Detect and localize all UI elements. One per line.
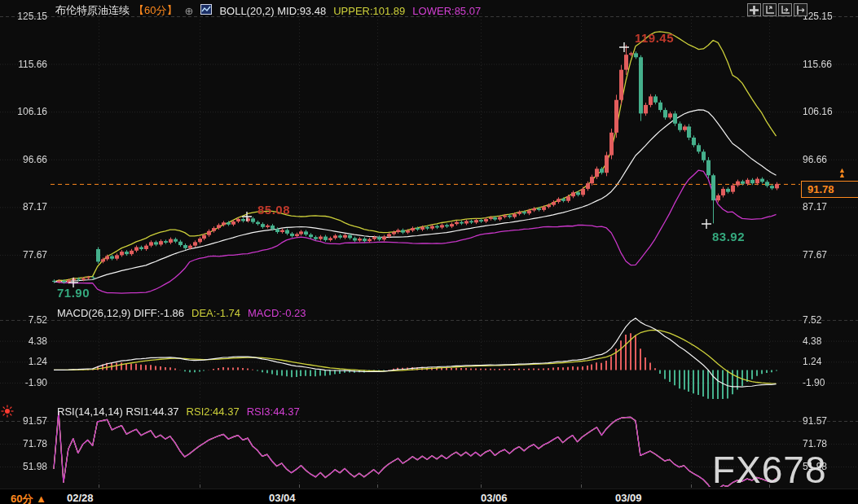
price-axis-label: 106.16 [0, 106, 47, 117]
boll-lower-label: LOWER:85.07 [412, 5, 481, 17]
price-axis-label: 125.15 [0, 11, 47, 22]
price-axis-label: 87.17 [803, 201, 827, 213]
price-axis-label: 115.66 [0, 59, 47, 70]
macd-axis-label: 4.38 [803, 335, 821, 347]
axis-zoom-icon[interactable] [763, 3, 777, 16]
live-indicator-icon [1, 405, 14, 421]
rsi1-label: RSI(14,14,14) RSI1:44.37 [57, 405, 179, 418]
price-axis-label: 96.66 [803, 154, 827, 165]
price-annotation: 85.08 [257, 203, 290, 217]
price-annotation: 119.45 [635, 31, 674, 45]
expand-icon[interactable]: ⊕ [184, 5, 193, 17]
macd-panel-header: MACD(26,12,9) DIFF:-1.86 DEA:-1.74 MACD:… [57, 307, 306, 319]
extreme-cross-marker [68, 276, 78, 291]
timeframe-label[interactable]: 【60分】 [134, 3, 177, 18]
macd-axis-label: 7.52 [803, 314, 821, 326]
price-up-arrows-icon: ▲▲ [838, 168, 846, 177]
macd-axis-label: 7.52 [0, 314, 47, 326]
price-axis-label: 96.66 [0, 154, 47, 165]
date-axis-label: 02/28 [67, 492, 94, 504]
extreme-cross-marker [702, 217, 711, 232]
price-axis-label: 106.16 [803, 106, 833, 117]
macd-macd-label: MACD:-0.23 [248, 307, 306, 319]
rsi3-label: RSI3:44.37 [247, 405, 300, 418]
date-axis-label: 03/04 [269, 492, 296, 504]
macd-axis-label: 1.24 [0, 356, 47, 367]
instrument-title: 布伦特原油连续 [55, 3, 130, 18]
rsi-axis-label: 51.98 [0, 461, 47, 472]
extreme-cross-marker [242, 210, 252, 225]
last-price-tag: 91.78 [801, 181, 858, 198]
boll-upper-label: UPPER:101.89 [333, 5, 405, 17]
extreme-cross-marker [619, 41, 629, 55]
boll-label: BOLL(20,2) MID:93.48 [219, 5, 326, 17]
chart-toolbar [747, 3, 807, 16]
macd-axis-label: 1.24 [803, 356, 821, 367]
trading-chart-window: 布伦特原油连续 【60分】 ⊕ BOLL(20,2) MID:93.48 UPP… [0, 0, 858, 504]
price-axis-label: 77.67 [0, 249, 47, 261]
macd-label: MACD(26,12,9) DIFF:-1.86 [57, 307, 184, 319]
shift-right-icon[interactable] [794, 3, 807, 16]
rsi-axis-label: 91.57 [803, 415, 827, 427]
rsi-axis-label: 71.78 [0, 438, 47, 449]
macd-axis-label: -1.90 [0, 377, 47, 388]
watermark: FX678 [712, 448, 827, 492]
rsi2-label: RSI2:44.37 [187, 405, 240, 418]
indicator-chart-icon[interactable] [200, 4, 212, 17]
macd-axis-label: -1.90 [803, 377, 825, 388]
price-axis-label: 87.17 [0, 201, 47, 213]
chart-canvas[interactable] [0, 0, 858, 504]
date-axis-label: 03/06 [481, 492, 508, 504]
macd-dea-label: DEA:-1.74 [191, 307, 240, 319]
price-annotation: 83.92 [712, 230, 745, 243]
last-price-value: 91.78 [807, 183, 834, 195]
price-axis-label: 115.66 [803, 59, 832, 70]
move-tool-icon[interactable] [747, 3, 761, 16]
axis-pan-icon[interactable] [778, 3, 792, 16]
footer-timeframe[interactable]: 60分 ▲ [11, 492, 46, 504]
rsi-panel-header: RSI(14,14,14) RSI1:44.37 RSI2:44.37 RSI3… [57, 405, 300, 418]
price-panel-header: 布伦特原油连续 【60分】 ⊕ BOLL(20,2) MID:93.48 UPP… [55, 3, 481, 18]
price-axis-label: 77.67 [803, 249, 827, 261]
macd-axis-label: 4.38 [0, 335, 47, 347]
date-axis-label: 03/09 [615, 492, 642, 504]
